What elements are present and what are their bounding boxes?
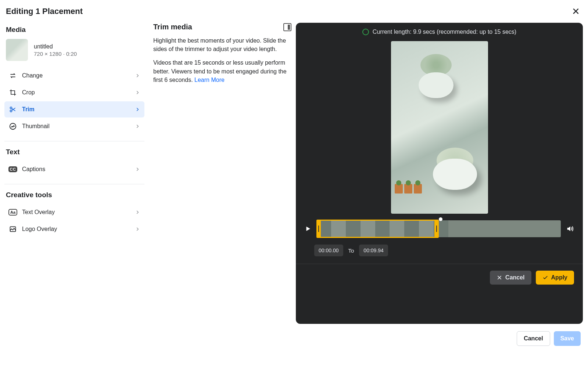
dialog-save-button[interactable]: Save: [554, 331, 581, 346]
trim-apply-button[interactable]: Apply: [536, 271, 574, 285]
collapse-panel-icon[interactable]: [283, 23, 291, 31]
chevron-right-icon: [135, 124, 140, 129]
clock-icon: [362, 29, 369, 35]
swap-icon: [9, 72, 17, 80]
sidebar-item-label: Crop: [22, 89, 35, 96]
panel-description-2: Videos that are 15 seconds or less usual…: [153, 58, 291, 84]
thumbnail-icon: [9, 122, 17, 130]
media-thumbnail: [6, 39, 28, 61]
trim-to-input[interactable]: 00:09.94: [359, 245, 388, 256]
text-overlay-icon: Aa: [9, 208, 17, 216]
trim-handle-end[interactable]: [434, 221, 439, 237]
sidebar-item-thumbnail[interactable]: Thumbnail: [4, 118, 144, 134]
sidebar-item-change[interactable]: Change: [4, 68, 144, 84]
media-info: untitled 720 × 1280 · 0:20: [4, 39, 144, 61]
trim-handle-start[interactable]: [316, 221, 321, 237]
sidebar-item-label: Change: [22, 72, 43, 79]
chevron-right-icon: [135, 210, 140, 215]
captions-icon: CC: [9, 165, 17, 173]
sidebar-item-label: Captions: [22, 166, 45, 173]
sidebar-item-label: Trim: [22, 106, 35, 113]
to-label: To: [348, 247, 354, 254]
panel-title: Trim media: [153, 23, 192, 31]
chevron-right-icon: [135, 227, 140, 232]
svg-point-1: [10, 110, 12, 112]
media-section-title: Media: [6, 26, 144, 34]
close-icon[interactable]: ✕: [570, 4, 582, 18]
trim-from-input[interactable]: 00:00.00: [314, 245, 343, 256]
chevron-right-icon: [135, 167, 140, 172]
sidebar: Media untitled 720 × 1280 · 0:20 Change …: [0, 23, 149, 324]
divider: [4, 184, 144, 184]
sidebar-item-label: Text Overlay: [22, 209, 55, 216]
playhead[interactable]: [439, 217, 442, 221]
play-button[interactable]: [302, 225, 313, 232]
sidebar-item-crop[interactable]: Crop: [4, 84, 144, 101]
volume-icon[interactable]: [564, 225, 576, 233]
dialog-cancel-button[interactable]: Cancel: [517, 331, 550, 346]
x-icon: [496, 275, 502, 281]
video-preview: [391, 41, 488, 214]
sidebar-item-text-overlay[interactable]: Aa Text Overlay: [4, 204, 144, 220]
detail-panel: Trim media Highlight the best moments of…: [149, 23, 296, 324]
learn-more-link[interactable]: Learn More: [194, 77, 225, 83]
sidebar-item-trim[interactable]: Trim: [4, 101, 144, 118]
chevron-right-icon: [135, 107, 140, 112]
sidebar-item-logo-overlay[interactable]: Logo Overlay: [4, 221, 144, 237]
sidebar-item-label: Logo Overlay: [22, 226, 57, 232]
panel-description-1: Highlight the best moments of your video…: [153, 36, 291, 53]
length-text: Current length: 9.9 secs (recommended: u…: [373, 29, 516, 35]
preview-panel: Current length: 9.9 secs (recommended: u…: [296, 23, 583, 324]
divider: [4, 141, 144, 141]
dialog-title: Editing 1 Placement: [6, 7, 83, 16]
text-section-title: Text: [6, 148, 144, 156]
trim-cancel-button[interactable]: Cancel: [490, 271, 531, 285]
scissors-icon: [9, 105, 17, 113]
check-icon: [542, 275, 548, 281]
crop-icon: [9, 88, 17, 97]
trim-selection: [316, 220, 439, 238]
media-name: untitled: [34, 43, 77, 50]
image-icon: [9, 225, 17, 233]
sidebar-item-label: Thumbnail: [22, 123, 50, 130]
chevron-right-icon: [135, 90, 140, 95]
svg-point-0: [10, 107, 12, 109]
timeline-scrubber[interactable]: [316, 220, 561, 237]
svg-point-2: [10, 123, 16, 130]
chevron-right-icon: [135, 73, 140, 78]
media-meta: 720 × 1280 · 0:20: [34, 51, 77, 57]
sidebar-item-captions[interactable]: CC Captions: [4, 161, 144, 177]
tools-section-title: Creative tools: [6, 191, 144, 199]
